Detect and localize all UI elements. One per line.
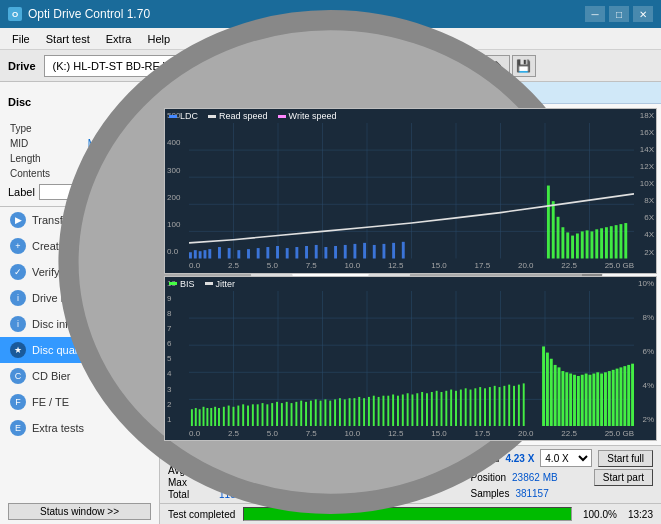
svg-rect-111 [378, 396, 380, 426]
chart2-x-axis: 0.0 2.5 5.0 7.5 10.0 12.5 15.0 17.5 20.0… [189, 426, 634, 440]
svg-rect-77 [214, 406, 216, 426]
svg-rect-54 [610, 226, 613, 258]
svg-rect-125 [445, 390, 447, 426]
svg-rect-98 [315, 399, 317, 426]
svg-rect-144 [550, 358, 553, 426]
svg-rect-147 [561, 371, 564, 426]
svg-rect-88 [266, 404, 268, 426]
disc-panel: Disc Type BD-R MID MEIT02 (001) [0, 82, 159, 207]
ldc-legend: LDC Read speed Write speed [169, 111, 336, 121]
svg-rect-107 [358, 396, 360, 426]
svg-rect-43 [557, 217, 560, 259]
svg-rect-141 [523, 383, 525, 426]
disc-header: Disc [8, 88, 151, 116]
chart1-svg [189, 123, 634, 259]
bis-chart: BIS Jitter 10 9 8 7 6 5 4 3 2 [164, 276, 657, 442]
svg-rect-91 [281, 403, 283, 426]
svg-rect-36 [363, 243, 366, 259]
svg-rect-116 [402, 394, 404, 426]
svg-rect-35 [353, 244, 356, 259]
svg-rect-20 [208, 249, 211, 258]
svg-rect-30 [305, 246, 308, 259]
write-speed-legend-dot [278, 115, 286, 118]
svg-rect-133 [484, 388, 486, 426]
read-speed-legend-item: Read speed [208, 111, 268, 121]
svg-rect-76 [210, 408, 212, 426]
svg-rect-44 [561, 227, 564, 258]
svg-rect-130 [470, 389, 472, 426]
svg-rect-151 [577, 375, 580, 426]
svg-rect-128 [460, 389, 462, 426]
svg-rect-163 [623, 366, 626, 426]
svg-rect-39 [392, 243, 395, 259]
svg-rect-85 [252, 404, 254, 426]
svg-rect-159 [608, 371, 611, 426]
write-speed-legend-item: Write speed [278, 111, 337, 121]
svg-rect-149 [569, 373, 572, 426]
svg-rect-40 [402, 242, 405, 259]
svg-rect-155 [592, 373, 595, 426]
svg-rect-49 [586, 230, 589, 258]
svg-rect-103 [339, 398, 341, 426]
svg-rect-84 [247, 405, 249, 426]
svg-rect-19 [204, 250, 207, 258]
svg-rect-48 [581, 231, 584, 258]
svg-rect-53 [605, 227, 608, 258]
svg-rect-86 [257, 404, 259, 426]
svg-rect-142 [542, 346, 545, 426]
svg-rect-150 [573, 374, 576, 426]
svg-rect-106 [353, 398, 355, 426]
chart2-y-left: 10 9 8 7 6 5 4 3 2 1 [165, 277, 189, 427]
svg-rect-121 [426, 393, 428, 426]
svg-rect-17 [194, 250, 197, 258]
chart2-plot [189, 291, 634, 427]
svg-rect-37 [373, 245, 376, 259]
svg-rect-164 [627, 364, 630, 426]
svg-rect-73 [199, 409, 201, 426]
svg-rect-41 [547, 186, 550, 259]
svg-rect-109 [368, 396, 370, 426]
svg-rect-132 [479, 387, 481, 426]
bis-legend-label: BIS [180, 279, 195, 289]
svg-rect-90 [276, 401, 278, 426]
svg-rect-75 [206, 408, 208, 426]
jitter-legend-item: Jitter [205, 279, 236, 289]
svg-rect-140 [518, 384, 520, 426]
svg-rect-156 [596, 372, 599, 426]
svg-rect-117 [407, 393, 409, 426]
svg-rect-92 [286, 401, 288, 426]
svg-rect-31 [315, 245, 318, 259]
svg-rect-50 [590, 231, 593, 258]
svg-rect-104 [344, 399, 346, 426]
svg-rect-25 [257, 248, 260, 258]
svg-rect-152 [581, 374, 584, 426]
disc-icon [121, 88, 151, 116]
svg-rect-79 [223, 406, 225, 426]
svg-rect-162 [619, 367, 622, 426]
svg-rect-28 [286, 248, 289, 258]
svg-rect-47 [576, 233, 579, 258]
svg-rect-34 [344, 245, 347, 259]
svg-rect-56 [619, 224, 622, 258]
ldc-chart: LDC Read speed Write speed 500 400 300 [164, 108, 657, 274]
svg-rect-134 [489, 387, 491, 426]
svg-rect-96 [305, 401, 307, 426]
svg-rect-161 [616, 368, 619, 426]
svg-rect-139 [513, 385, 515, 426]
svg-rect-108 [363, 398, 365, 426]
svg-rect-135 [494, 385, 496, 426]
svg-rect-27 [276, 246, 279, 259]
svg-rect-148 [565, 372, 568, 426]
svg-rect-165 [631, 363, 634, 426]
svg-rect-55 [615, 225, 618, 258]
svg-rect-72 [195, 408, 197, 426]
svg-rect-21 [218, 247, 221, 258]
svg-rect-160 [612, 369, 615, 426]
svg-rect-22 [228, 248, 231, 258]
svg-rect-122 [431, 392, 433, 426]
svg-rect-146 [558, 367, 561, 426]
svg-rect-89 [271, 403, 273, 426]
chart2-svg [189, 291, 634, 427]
svg-rect-123 [436, 390, 438, 426]
chart1-plot [189, 123, 634, 259]
